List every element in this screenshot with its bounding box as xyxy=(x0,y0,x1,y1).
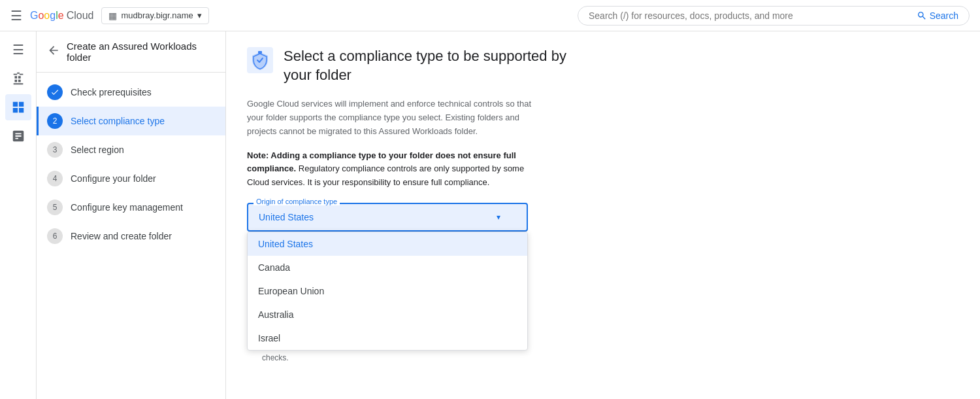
project-selector[interactable]: ▦ mudbray.bigr.name ▾ xyxy=(101,7,208,24)
dropdown-option-us[interactable]: United States xyxy=(248,232,527,256)
step-label-1: Check prerequisites xyxy=(71,87,152,97)
step-label-3: Select region xyxy=(71,145,124,155)
step-item-6[interactable]: 6 Review and create folder xyxy=(37,222,225,251)
steps-sidebar: Create an Assured Workloads folder Check… xyxy=(37,31,226,399)
dropdown-option-eu[interactable]: European Union xyxy=(248,279,527,303)
search-icon xyxy=(917,10,927,21)
page-title: Select a compliance type to be supported… xyxy=(284,47,566,84)
nav-menu-icon[interactable]: ☰ xyxy=(5,37,31,63)
project-icon: ▦ xyxy=(108,10,117,21)
search-button-label: Search xyxy=(930,10,958,21)
steps-header: Create an Assured Workloads folder xyxy=(37,31,225,73)
step-badge-6: 6 xyxy=(47,228,63,244)
dropdown-option-israel[interactable]: Israel xyxy=(248,326,527,350)
step-label-2: Select compliance type xyxy=(71,116,165,126)
step-badge-3: 3 xyxy=(47,142,63,158)
step-item-1[interactable]: Check prerequisites xyxy=(37,78,225,107)
step-badge-5: 5 xyxy=(47,200,63,215)
dropdown-option-australia[interactable]: Australia xyxy=(248,303,527,326)
nav-dashboard-icon[interactable] xyxy=(5,94,31,120)
dropdown-arrow-icon: ▾ xyxy=(497,213,500,222)
google-cloud-logo: Google Cloud xyxy=(30,10,93,22)
steps-title: Create an Assured Workloads folder xyxy=(67,41,215,63)
nav-chart-icon[interactable] xyxy=(5,123,31,149)
main-content: Select a compliance type to be supported… xyxy=(226,31,980,399)
side-icons-nav: ☰ xyxy=(0,31,37,399)
step-label-5: Configure key management xyxy=(71,202,183,213)
search-button[interactable]: Search xyxy=(917,10,958,21)
page-layout: ☰ Create an Assured Workloads folder Che… xyxy=(0,31,980,399)
step-label-4: Configure your folder xyxy=(71,173,156,184)
project-name: mudbray.bigr.name xyxy=(121,10,193,20)
assured-workloads-icon xyxy=(247,47,273,73)
search-input[interactable] xyxy=(589,10,911,21)
step-badge-1 xyxy=(47,84,63,100)
back-button[interactable] xyxy=(47,44,60,60)
logo-cloud-text: Cloud xyxy=(67,10,94,22)
topbar: ☰ Google Cloud ▦ mudbray.bigr.name ▾ Sea… xyxy=(0,0,980,31)
nav-building-icon[interactable] xyxy=(5,65,31,92)
dropdown-selected-value: United States xyxy=(259,212,314,222)
step-label-6: Review and create folder xyxy=(71,231,172,241)
logo-g: Google xyxy=(30,10,64,22)
step-item-3[interactable]: 3 Select region xyxy=(37,135,225,164)
page-title-container: Select a compliance type to be supported… xyxy=(284,47,566,84)
step-badge-2: 2 xyxy=(47,113,63,129)
step-badge-4: 4 xyxy=(47,171,63,186)
steps-list: Check prerequisites 2 Select compliance … xyxy=(37,73,225,256)
step-item-2[interactable]: 2 Select compliance type xyxy=(37,107,225,135)
dropdown-container: Origin of compliance type United States … xyxy=(247,203,528,232)
search-bar: Search xyxy=(578,6,970,26)
project-dropdown-arrow: ▾ xyxy=(197,10,202,20)
page-header: Select a compliance type to be supported… xyxy=(247,47,959,84)
step-item-5[interactable]: 5 Configure key management xyxy=(37,193,225,222)
dropdown-menu: United States Canada European Union Aust… xyxy=(247,232,528,351)
svg-rect-1 xyxy=(258,51,262,54)
dropdown-option-canada[interactable]: Canada xyxy=(248,256,527,279)
step-item-4[interactable]: 4 Configure your folder xyxy=(37,164,225,193)
hamburger-menu-icon[interactable]: ☰ xyxy=(10,8,22,24)
compliance-origin-dropdown[interactable]: United States ▾ xyxy=(247,203,528,232)
description-text: Google Cloud services will implement and… xyxy=(247,97,534,138)
dropdown-label: Origin of compliance type xyxy=(253,198,340,205)
note-text: Note: Adding a compliance type to your f… xyxy=(247,149,534,190)
